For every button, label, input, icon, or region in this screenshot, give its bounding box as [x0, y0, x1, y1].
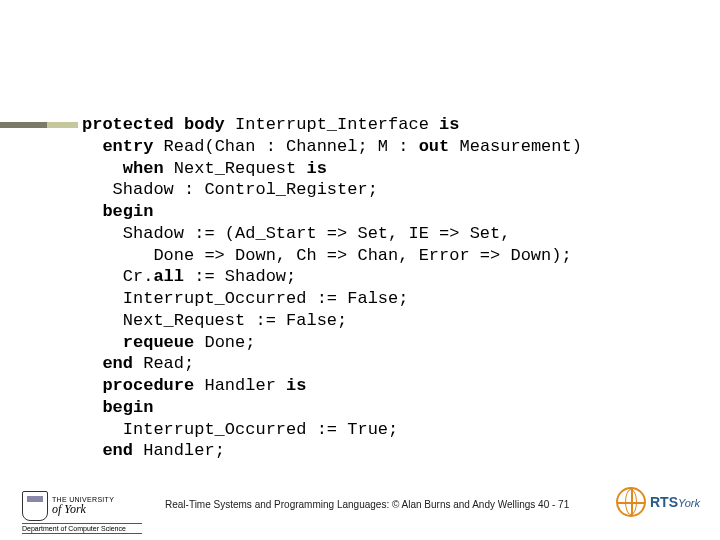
footer-copyright: Real-Time Systems and Programming Langua…	[165, 499, 569, 510]
kw-is: is	[286, 376, 306, 395]
code-text: Interrupt_Occurred := False;	[82, 289, 408, 308]
code-text: Handler	[194, 376, 286, 395]
indent	[82, 333, 123, 352]
kw-is: is	[306, 159, 326, 178]
code-text: := Shadow;	[184, 267, 296, 286]
kw-end: end	[102, 441, 133, 460]
code-text: Read;	[133, 354, 194, 373]
kw-is: is	[439, 115, 459, 134]
rts-text: RTSYork	[650, 494, 700, 510]
indent	[82, 398, 102, 417]
uni-line2: of York	[52, 503, 114, 516]
rts-logo: RTSYork	[616, 487, 700, 517]
indent	[82, 202, 102, 221]
indent	[82, 159, 123, 178]
globe-icon	[616, 487, 646, 517]
kw-entry: entry	[102, 137, 153, 156]
indent	[82, 354, 102, 373]
code-text: Shadow := (Ad_Start => Set, IE => Set,	[82, 224, 510, 243]
kw-procedure: procedure	[102, 376, 194, 395]
code-text: Done => Down, Ch => Chan, Error => Down)…	[82, 246, 572, 265]
indent	[82, 137, 102, 156]
shield-icon	[22, 491, 48, 521]
kw-protected-body: protected body	[82, 115, 225, 134]
uni-department: Department of Computer Science	[22, 523, 142, 534]
code-text: Interrupt_Occurred := True;	[82, 420, 398, 439]
code-text: Shadow : Control_Register;	[82, 180, 378, 199]
code-text: Read(Chan : Channel; M :	[153, 137, 418, 156]
code-text: Done;	[194, 333, 255, 352]
accent-bar	[0, 122, 78, 128]
indent	[82, 441, 102, 460]
kw-requeue: requeue	[123, 333, 194, 352]
indent	[82, 376, 102, 395]
code-text: Next_Request := False;	[82, 311, 347, 330]
kw-begin: begin	[102, 398, 153, 417]
code-text: Handler;	[133, 441, 225, 460]
kw-all: all	[153, 267, 184, 286]
kw-end: end	[102, 354, 133, 373]
code-listing: protected body Interrupt_Interface is en…	[82, 114, 582, 462]
kw-when: when	[123, 159, 164, 178]
code-text: Next_Request	[164, 159, 307, 178]
code-text: Cr.	[82, 267, 153, 286]
university-logo: THE UNIVERSITY of York Department of Com…	[22, 491, 152, 534]
code-text: Interrupt_Interface	[225, 115, 439, 134]
kw-out: out	[419, 137, 450, 156]
code-text: Measurement)	[449, 137, 582, 156]
kw-begin: begin	[102, 202, 153, 221]
